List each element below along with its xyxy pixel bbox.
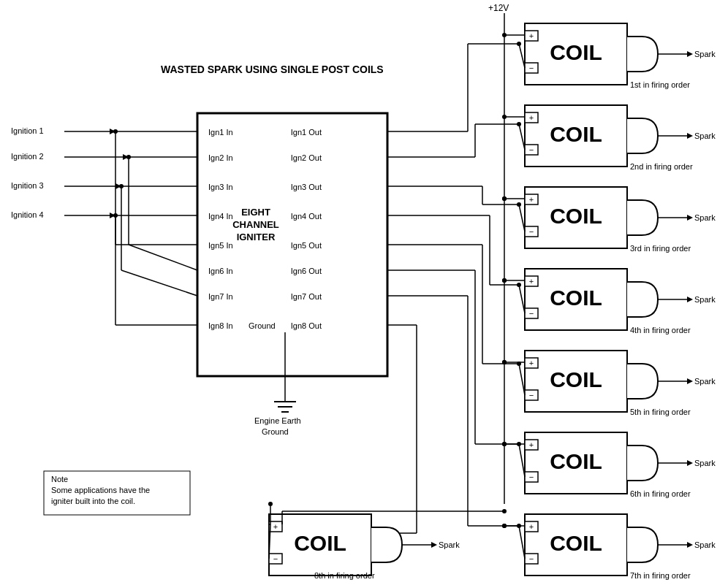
svg-text:+: + xyxy=(529,195,534,204)
coil1-label: COIL xyxy=(550,40,602,64)
spark2: Spark xyxy=(694,131,716,140)
coil8-order: 8th in firing order xyxy=(314,571,375,580)
coil3-order: 3rd in firing order xyxy=(630,244,691,253)
svg-point-81 xyxy=(517,122,521,126)
note-line2: igniter built into the coil. xyxy=(51,497,135,505)
spark5: Spark xyxy=(694,377,716,386)
svg-point-114 xyxy=(517,362,521,366)
svg-text:+: + xyxy=(529,440,534,449)
svg-text:−: − xyxy=(529,554,534,563)
coil6-order: 6th in firing order xyxy=(630,489,691,498)
svg-point-153 xyxy=(502,278,507,283)
ignition4-label: Ignition 4 xyxy=(11,210,44,219)
spark6: Spark xyxy=(694,459,716,467)
svg-point-147 xyxy=(268,502,273,506)
spark7: Spark xyxy=(694,540,716,549)
svg-text:−: − xyxy=(529,309,534,318)
ignition2-label: Ignition 2 xyxy=(11,152,44,161)
supply-label: +12V xyxy=(488,3,509,13)
input-ign3: Ign3 In xyxy=(208,183,233,191)
svg-point-152 xyxy=(502,196,507,201)
svg-text:−: − xyxy=(529,64,534,72)
svg-text:+: + xyxy=(529,113,534,122)
coil5-order: 5th in firing order xyxy=(630,408,691,416)
svg-point-150 xyxy=(502,509,507,513)
ground-label-box: Ground xyxy=(249,321,276,330)
coil2-label: COIL xyxy=(550,122,602,146)
svg-point-136 xyxy=(517,524,521,528)
svg-point-70 xyxy=(517,42,521,46)
spark3: Spark xyxy=(694,213,716,222)
ignition1-label: Ignition 1 xyxy=(11,126,44,135)
diagram-title: WASTED SPARK USING SINGLE POST COILS xyxy=(161,64,384,75)
coil5-label: COIL xyxy=(550,367,602,391)
igniter-label-line3: IGNITER xyxy=(237,232,276,242)
svg-text:−: − xyxy=(529,227,534,236)
engine-earth-ground: Engine Earth xyxy=(254,416,301,425)
output-ign4: Ign4 Out xyxy=(291,212,322,221)
svg-text:−: − xyxy=(529,473,534,481)
output-ign2: Ign2 Out xyxy=(291,153,322,162)
output-ign6: Ign6 Out xyxy=(291,267,322,275)
input-ign4: Ign4 In xyxy=(208,212,233,221)
svg-point-125 xyxy=(517,442,521,446)
svg-text:+: + xyxy=(529,277,534,286)
spark4: Spark xyxy=(694,295,716,304)
svg-text:−: − xyxy=(529,391,534,399)
coil7-label: COIL xyxy=(550,531,602,555)
coil4-label: COIL xyxy=(550,286,602,310)
note-line1: Some applications have the xyxy=(51,486,150,494)
svg-text:+: + xyxy=(529,522,534,531)
svg-text:+: + xyxy=(273,522,278,531)
input-ign7: Ign7 In xyxy=(208,292,233,301)
svg-text:−: − xyxy=(273,554,278,563)
output-ign8: Ign8 Out xyxy=(291,321,322,330)
svg-point-155 xyxy=(502,442,507,446)
input-ign5: Ign5 In xyxy=(208,241,233,250)
svg-point-154 xyxy=(502,360,507,364)
svg-text:+: + xyxy=(529,359,534,367)
svg-point-103 xyxy=(517,283,521,287)
svg-point-79 xyxy=(502,115,507,119)
coil2-order: 2nd in firing order xyxy=(630,162,693,171)
spark1: Spark xyxy=(694,50,716,58)
input-ign8: Ign8 In xyxy=(208,321,233,330)
input-ign2: Ign2 In xyxy=(208,153,233,162)
output-ign1: Ign1 Out xyxy=(291,128,322,137)
ignition3-label: Ignition 3 xyxy=(11,181,44,190)
output-ign3: Ign3 Out xyxy=(291,183,322,191)
svg-point-92 xyxy=(517,202,521,207)
output-ign7: Ign7 Out xyxy=(291,292,322,301)
igniter-label-line1: EIGHT xyxy=(241,207,270,218)
input-ign6: Ign6 In xyxy=(208,267,233,275)
output-ign5: Ign5 Out xyxy=(291,241,322,250)
engine-earth-ground2: Ground xyxy=(262,427,289,436)
input-ign1: Ign1 In xyxy=(208,128,233,137)
igniter-label-line2: CHANNEL xyxy=(232,219,279,230)
spark8: Spark xyxy=(439,540,460,549)
note-title: Note xyxy=(51,475,68,483)
coil8-label: COIL xyxy=(294,531,346,555)
coil7-order: 7th in firing order xyxy=(630,571,691,580)
coil1-order: 1st in firing order xyxy=(630,80,690,89)
svg-point-156 xyxy=(502,524,507,528)
svg-point-68 xyxy=(502,33,507,37)
svg-text:+: + xyxy=(529,31,534,40)
coil6-label: COIL xyxy=(550,449,602,473)
svg-text:−: − xyxy=(529,145,534,154)
coil4-order: 4th in firing order xyxy=(630,326,691,334)
coil3-label: COIL xyxy=(550,204,602,228)
